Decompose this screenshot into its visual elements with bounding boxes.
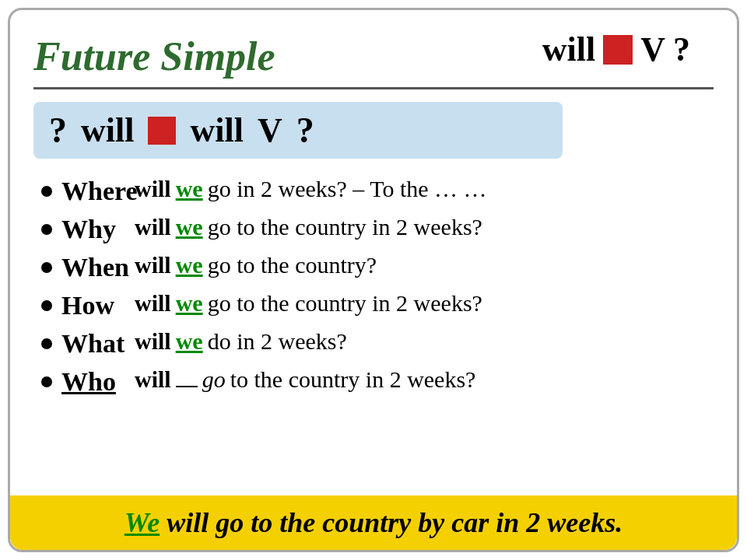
qbar-q1: ? [49, 110, 67, 151]
example-when: will we go to the country? [135, 252, 377, 278]
example-who: will go to the country in 2 weeks? [135, 366, 475, 393]
bullet-icon [41, 300, 52, 311]
question-bar: ? will will V ? [33, 102, 563, 159]
bullet-icon [41, 224, 52, 235]
table-row: What will we do in 2 weeks? [41, 328, 714, 359]
wh-where: Where [41, 177, 135, 206]
slide: Future Simple will V ? ? will will V ? W… [8, 8, 739, 552]
example-how: will we go to the country in 2 weeks? [135, 290, 482, 317]
bullet-icon [41, 376, 52, 387]
blank-subject [176, 386, 198, 387]
formula-question: ? [673, 30, 690, 69]
example-where: will we go in 2 weeks? – To the … … [135, 176, 487, 202]
example-what: will we do in 2 weeks? [135, 328, 347, 355]
table-row: Who will go to the country in 2 weeks? [41, 366, 714, 397]
table-row: Where will we go in 2 weeks? – To the … … [41, 176, 714, 206]
qbar-will2: will [190, 110, 243, 150]
qbar-red-square [148, 117, 176, 145]
wh-why: Why [41, 215, 135, 244]
header-area: Future Simple will V ? [33, 26, 714, 79]
formula-v: V [640, 30, 665, 69]
bottom-we: We [124, 507, 160, 538]
qbar-v: V [258, 110, 282, 150]
table-row: How will we go to the country in 2 weeks… [41, 290, 714, 320]
red-square-icon [603, 35, 633, 65]
wh-what: What [41, 329, 135, 359]
bottom-text: will go to the country by car in 2 weeks… [160, 507, 622, 538]
table-row: When will we go to the country? [41, 252, 714, 282]
wh-who: Who [41, 367, 135, 397]
formula-top: will V ? [542, 30, 690, 69]
slide-title: Future Simple [33, 33, 275, 79]
bottom-bar: We will go to the country by car in 2 we… [10, 495, 737, 550]
bullet-icon [41, 338, 52, 349]
bullet-icon [41, 262, 52, 273]
wh-how: How [41, 291, 135, 320]
wh-when: When [41, 253, 135, 282]
divider [33, 87, 714, 89]
qbar-will1: will [81, 110, 134, 150]
qbar-q2: ? [296, 110, 314, 151]
table-row: Why will we go to the country in 2 weeks… [41, 214, 714, 244]
bullet-icon [41, 186, 52, 197]
example-why: will we go to the country in 2 weeks? [135, 214, 482, 240]
examples-list: Where will we go in 2 weeks? – To the … … [33, 176, 714, 397]
formula-will: will [542, 30, 595, 69]
